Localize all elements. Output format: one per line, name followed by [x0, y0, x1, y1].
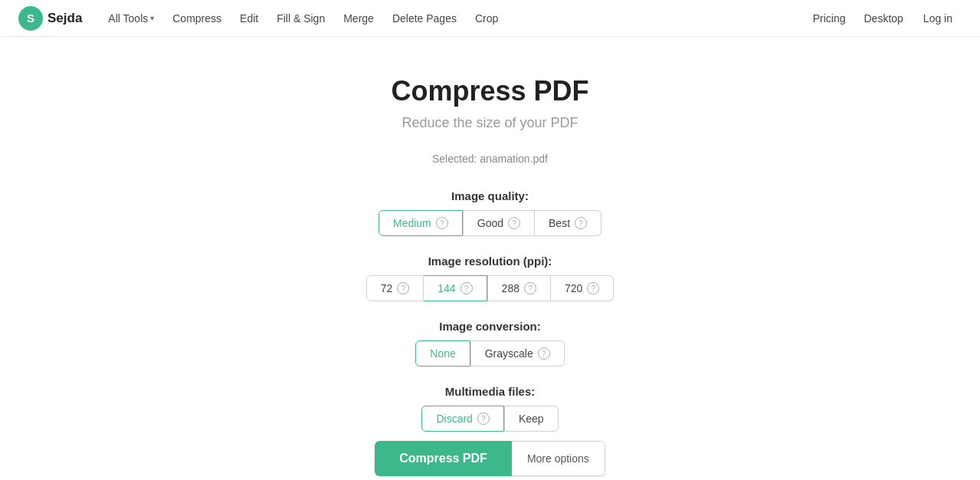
- more-options-button[interactable]: More options: [512, 441, 605, 476]
- nav-delete-pages[interactable]: Delete Pages: [385, 8, 464, 29]
- nav-merge[interactable]: Merge: [336, 8, 382, 29]
- quality-best-btn[interactable]: Best ?: [535, 210, 601, 236]
- resolution-72-btn[interactable]: 72 ?: [366, 275, 424, 301]
- image-quality-setting: Image quality: Medium ? Good ? Best ?: [379, 189, 601, 236]
- page-subtitle: Reduce the size of your PDF: [402, 115, 578, 131]
- logo-icon: S: [18, 6, 43, 31]
- image-quality-options: Medium ? Good ? Best ?: [379, 210, 601, 236]
- quality-medium-btn[interactable]: Medium ?: [379, 210, 463, 236]
- image-conversion-setting: Image conversion: None Grayscale ?: [415, 320, 565, 367]
- nav-right: Pricing Desktop Log in: [805, 8, 962, 29]
- quality-best-help-icon[interactable]: ?: [575, 217, 587, 229]
- nav-desktop[interactable]: Desktop: [856, 8, 910, 29]
- nav-login[interactable]: Log in: [914, 8, 962, 29]
- action-btn-group: Compress PDF More options: [375, 441, 605, 476]
- multimedia-files-label: Multimedia files:: [445, 385, 536, 398]
- nav-all-tools[interactable]: All Tools ▾: [100, 8, 162, 29]
- multimedia-keep-btn[interactable]: Keep: [504, 406, 559, 432]
- resolution-720-help-icon[interactable]: ?: [587, 282, 599, 294]
- image-quality-label: Image quality:: [451, 189, 529, 202]
- resolution-288-help-icon[interactable]: ?: [524, 282, 536, 294]
- compress-pdf-button[interactable]: Compress PDF: [375, 441, 512, 476]
- image-conversion-label: Image conversion:: [439, 320, 541, 333]
- multimedia-discard-help-icon[interactable]: ?: [477, 413, 490, 425]
- page-title: Compress PDF: [391, 75, 588, 107]
- chevron-down-icon: ▾: [150, 14, 154, 22]
- multimedia-discard-btn[interactable]: Discard ?: [421, 406, 503, 432]
- resolution-288-btn[interactable]: 288 ?: [487, 275, 551, 301]
- nav-crop[interactable]: Crop: [467, 8, 506, 29]
- selected-file: Selected: anamation.pdf: [432, 153, 548, 165]
- conversion-grayscale-btn[interactable]: Grayscale ?: [470, 340, 565, 367]
- quality-good-btn[interactable]: Good ?: [463, 210, 535, 236]
- conversion-none-btn[interactable]: None: [415, 340, 470, 367]
- nav-links: All Tools ▾ Compress Edit Fill & Sign Me…: [100, 8, 805, 29]
- nav-edit[interactable]: Edit: [232, 8, 266, 29]
- image-resolution-options: 72 ? 144 ? 288 ? 720 ?: [366, 275, 615, 301]
- nav-compress[interactable]: Compress: [165, 8, 229, 29]
- resolution-144-help-icon[interactable]: ?: [461, 282, 473, 294]
- nav-fill-sign[interactable]: Fill & Sign: [269, 8, 333, 29]
- image-resolution-label: Image resolution (ppi):: [428, 255, 552, 268]
- settings-form: Image quality: Medium ? Good ? Best ? Im…: [0, 189, 980, 432]
- multimedia-files-setting: Multimedia files: Discard ? Keep: [421, 385, 558, 432]
- image-conversion-options: None Grayscale ?: [415, 340, 565, 367]
- logo-text: Sejda: [48, 11, 82, 26]
- bottom-actions: Compress PDF More options: [375, 441, 605, 476]
- quality-medium-help-icon[interactable]: ?: [436, 217, 448, 229]
- main-content: Compress PDF Reduce the size of your PDF…: [0, 37, 980, 476]
- resolution-144-btn[interactable]: 144 ?: [424, 275, 487, 301]
- nav-pricing[interactable]: Pricing: [805, 8, 854, 29]
- resolution-720-btn[interactable]: 720 ?: [551, 275, 614, 301]
- multimedia-files-options: Discard ? Keep: [421, 406, 558, 432]
- quality-good-help-icon[interactable]: ?: [508, 217, 520, 229]
- navbar: S Sejda All Tools ▾ Compress Edit Fill &…: [0, 0, 980, 37]
- logo[interactable]: S Sejda: [18, 6, 82, 31]
- resolution-72-help-icon[interactable]: ?: [397, 282, 409, 294]
- conversion-grayscale-help-icon[interactable]: ?: [538, 347, 550, 360]
- image-resolution-setting: Image resolution (ppi): 72 ? 144 ? 288 ?…: [366, 255, 615, 301]
